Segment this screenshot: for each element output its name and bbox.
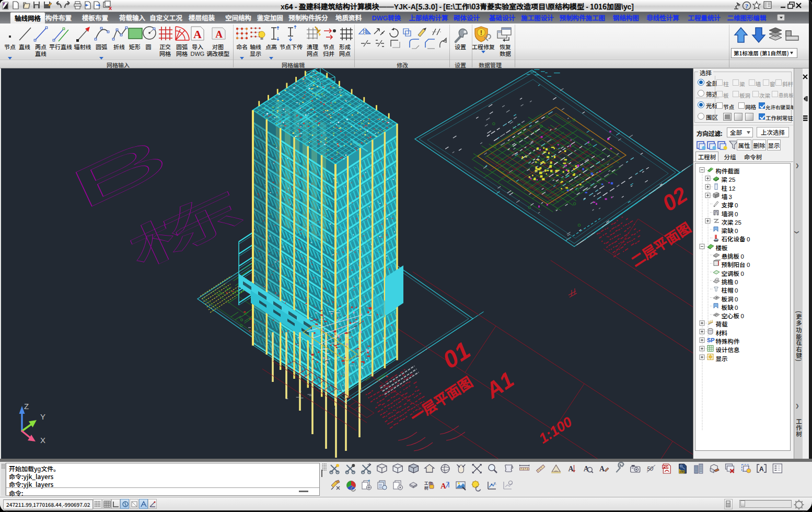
svg-text:A: A [759, 466, 764, 473]
svg-text:02: 02 [658, 182, 692, 216]
svg-text:DWG: DWG [680, 471, 686, 473]
svg-text:X: X [40, 436, 45, 445]
svg-text:A: A [215, 29, 223, 40]
svg-text:Y: Y [40, 412, 45, 421]
svg-text:50: 50 [647, 466, 654, 472]
svg-text:!: ! [480, 29, 482, 37]
svg-text:A: A [440, 482, 446, 490]
svg-text:PDF: PDF [663, 465, 669, 469]
svg-text:A: A [569, 465, 574, 473]
svg-text:二层平面图: 二层平面图 [627, 217, 693, 270]
svg-text:树: 树 [424, 485, 428, 491]
svg-text:A: A [599, 465, 605, 473]
svg-text:A1: A1 [481, 367, 518, 403]
svg-text:1:100: 1:100 [536, 414, 575, 447]
svg-text:一层平面图: 一层平面图 [406, 371, 476, 426]
svg-text:01: 01 [438, 336, 475, 374]
svg-text:SP: SP [707, 337, 715, 343]
svg-text:Z: Z [24, 402, 29, 411]
svg-text:A: A [193, 28, 202, 41]
